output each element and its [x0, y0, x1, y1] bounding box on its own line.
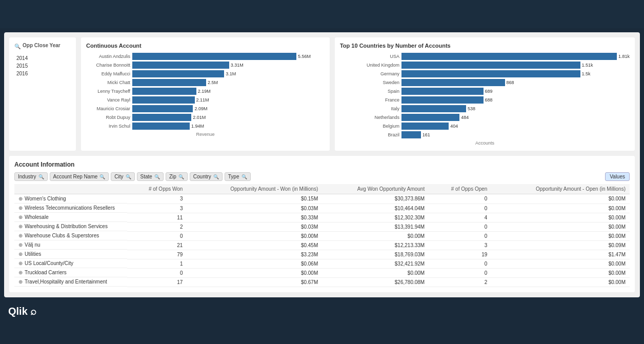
bar	[401, 62, 580, 69]
bar-label: Spain	[340, 89, 401, 94]
col-opp-amt-open: Opportunity Amount - Open (in Millions)	[491, 184, 630, 194]
opp-amt-won-cell: $0.03M	[187, 204, 322, 213]
country-filter[interactable]: Country 🔍	[190, 172, 223, 181]
industry-cell: ⊕ Wireless Telecommunications Resellers	[14, 204, 127, 213]
bar	[132, 53, 296, 60]
row-expand-icon[interactable]: ⊕	[18, 251, 23, 257]
industry-cell: ⊕ Truckload Carriers	[14, 268, 127, 277]
filter-search-icon: 🔍	[126, 174, 131, 179]
avg-won-cell: $18,769.03M	[322, 250, 429, 259]
bar	[132, 105, 193, 112]
bar-value: 3.31M	[231, 63, 244, 68]
filter-search-icon: 🔍	[213, 174, 219, 179]
industry-cell: ⊕ Wholesale	[14, 213, 127, 222]
chart-bar-row: Spain 689	[340, 88, 630, 95]
industry-name: Warehousing & Distribution Services	[25, 224, 108, 229]
bar-value: 688	[485, 97, 493, 103]
industry-cell: ⊕ Utilities	[14, 250, 127, 259]
opps-won-cell: 3	[127, 204, 187, 213]
filter-buttons-container: Industry 🔍Account Rep Name 🔍City 🔍State …	[14, 172, 603, 181]
bar	[132, 70, 224, 77]
avg-won-cell: $12,302.30M	[322, 213, 429, 222]
values-button[interactable]: Values	[605, 172, 630, 181]
opp-amt-open-cell: $0.09M	[491, 240, 630, 250]
account-info-title: Account Information	[14, 161, 630, 168]
bar-value: 1.51k	[582, 63, 593, 68]
table-row: ⊕ US Local/County/City 1 $0.06M $32,421.…	[14, 259, 630, 268]
row-expand-icon[interactable]: ⊕	[18, 205, 23, 211]
chart-bar-row: Irvin Schul 1.94M	[86, 123, 325, 130]
bar	[132, 79, 206, 86]
industry-cell: ⊕ Warehouse Clubs & Superstores	[14, 231, 127, 240]
row-expand-icon[interactable]: ⊕	[18, 260, 23, 266]
bar-wrapper: 404	[401, 123, 630, 130]
bar	[401, 105, 466, 112]
chart-bar-row: Vance Rayl 2.11M	[86, 96, 325, 104]
table-row: ⊕ Wireless Telecommunications Resellers …	[14, 204, 630, 213]
industry-name: Välj nu	[25, 242, 41, 248]
bar	[401, 70, 580, 77]
bar-label: Sweden	[340, 80, 401, 85]
top-countries-title: Top 10 Countries by Number of Accounts	[340, 43, 630, 49]
bar	[401, 131, 421, 138]
opp-close-year-label: Opp Close Year	[23, 43, 61, 48]
row-expand-icon[interactable]: ⊕	[18, 233, 23, 238]
zip-filter[interactable]: Zip 🔍	[166, 172, 188, 181]
bar-value: 689	[485, 89, 493, 94]
footer: Qlik ⌕	[0, 301, 644, 321]
industry-name: Travel,Hospitality and Entertainment	[25, 279, 107, 285]
bar-wrapper: 2.11M	[132, 96, 325, 104]
bar	[401, 114, 459, 121]
bar-label: Irvin Schul	[86, 124, 132, 129]
city-filter[interactable]: City 🔍	[111, 172, 134, 181]
avg-won-cell: $0.00M	[322, 231, 429, 240]
opp-amt-open-cell: $0.00M	[491, 194, 630, 204]
year-item[interactable]: 2014	[14, 54, 71, 62]
type-filter[interactable]: Type 🔍	[225, 172, 251, 181]
industry-name: US Local/County/City	[25, 260, 73, 266]
bar-wrapper: 3.1M	[132, 70, 325, 77]
opp-amt-open-cell: $0.00M	[491, 204, 630, 213]
bar-wrapper: 1.94M	[132, 123, 325, 130]
bar-value: 2.09M	[194, 106, 207, 111]
avg-won-cell: $12,213.33M	[322, 240, 429, 250]
bar-value: 1.94M	[191, 124, 204, 129]
row-expand-icon[interactable]: ⊕	[18, 279, 23, 285]
opp-amt-open-cell: $0.00M	[491, 222, 630, 231]
bar-wrapper: 484	[401, 114, 630, 121]
opps-won-cell: 1	[127, 259, 187, 268]
bar-wrapper: 1.5k	[401, 70, 630, 77]
opp-amt-won-cell: $0.00M	[187, 268, 322, 277]
avg-won-cell: $10,464.04M	[322, 204, 429, 213]
row-expand-icon[interactable]: ⊕	[18, 214, 23, 220]
bar-label: United Kingdom	[340, 63, 401, 68]
table-row: ⊕ Välj nu 21 $0.45M $12,213.33M 3 $0.09M	[14, 240, 630, 250]
bar-wrapper: 688	[401, 96, 630, 104]
chart-bar-row: Italy 538	[340, 105, 630, 112]
industry-filter[interactable]: Industry 🔍	[14, 172, 48, 181]
col-avg-won: Avg Won Opportunity Amount	[322, 184, 429, 194]
year-item[interactable]: 2015	[14, 62, 71, 70]
table-row: ⊕ Warehouse Clubs & Superstores 0 $0.00M…	[14, 231, 630, 240]
opp-amt-won-cell: $0.03M	[187, 222, 322, 231]
search-icon: 🔍	[14, 44, 21, 49]
filter-search-icon: 🔍	[99, 174, 105, 179]
row-expand-icon[interactable]: ⊕	[18, 270, 23, 275]
continuous-account-chart: Austin Andzulis 5.56M Charise Bonnoitt 3…	[86, 53, 325, 130]
row-expand-icon[interactable]: ⊕	[18, 196, 23, 201]
chart-bar-row: Netherlands 484	[340, 114, 630, 121]
state-filter[interactable]: State 🔍	[137, 172, 164, 181]
account-rep-filter[interactable]: Account Rep Name 🔍	[50, 172, 109, 181]
bar-wrapper: 5.56M	[132, 53, 325, 60]
opps-open-cell: 4	[429, 213, 491, 222]
bar	[132, 62, 229, 69]
bar-value: 1.81k	[618, 54, 630, 59]
row-expand-icon[interactable]: ⊕	[18, 242, 23, 248]
opps-open-cell: 0	[429, 259, 491, 268]
chart-bar-row: Sweden 868	[340, 79, 630, 86]
filter-search-icon: 🔍	[178, 174, 184, 179]
year-item[interactable]: 2016	[14, 70, 71, 77]
opps-open-cell: 0	[429, 268, 491, 277]
bar	[401, 88, 484, 95]
row-expand-icon[interactable]: ⊕	[18, 224, 23, 229]
